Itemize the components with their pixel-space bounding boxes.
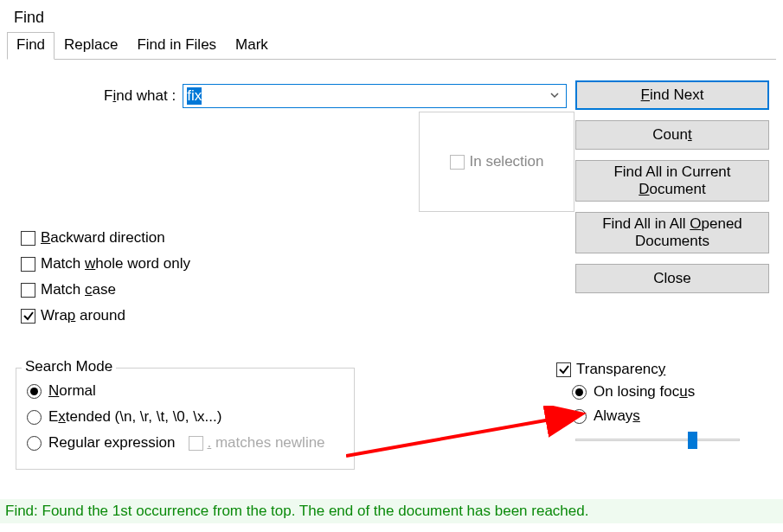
match-whole-word-checkbox[interactable]: [21, 257, 35, 272]
search-mode-regex-label: Regular expression: [48, 434, 175, 452]
count-button[interactable]: Count: [575, 120, 769, 150]
tab-find[interactable]: Find: [7, 32, 55, 60]
in-selection-checkbox: [450, 155, 465, 170]
chevron-down-icon[interactable]: [543, 87, 566, 105]
search-mode-normal-label: Normal: [48, 382, 96, 400]
search-mode-legend: Search Mode: [22, 358, 116, 375]
window-title: Find: [0, 0, 783, 32]
status-bar: Find: Found the 1st occurrence from the …: [0, 499, 783, 523]
find-what-combobox[interactable]: [183, 84, 567, 108]
find-what-input[interactable]: [183, 86, 543, 106]
transparency-always-radio[interactable]: [572, 409, 587, 424]
transparency-always-label: Always: [594, 407, 640, 425]
tab-mark[interactable]: Mark: [226, 32, 278, 60]
tab-bar: Find Replace Find in Files Mark: [7, 32, 776, 60]
matches-newline-label: . matches newline: [207, 434, 324, 452]
find-what-label: Find what :: [104, 87, 176, 105]
match-case-label: Match case: [41, 281, 116, 298]
search-mode-normal-radio[interactable]: [27, 384, 42, 399]
backward-direction-label: Backward direction: [41, 229, 165, 247]
transparency-checkbox[interactable]: [556, 362, 571, 377]
in-selection-label: In selection: [470, 153, 544, 170]
wrap-around-checkbox[interactable]: [21, 309, 35, 324]
search-mode-group: Search Mode Normal Extended (\n, \r, \t,…: [16, 368, 355, 470]
search-mode-regex-radio[interactable]: [27, 436, 42, 451]
match-whole-word-label: Match whole word only: [41, 255, 190, 272]
svg-line-0: [346, 414, 580, 456]
options-group: Backward direction Match whole word only…: [21, 229, 190, 324]
transparency-on-losing-focus-radio[interactable]: [572, 385, 587, 400]
transparency-on-losing-focus-label: On losing focus: [594, 383, 695, 401]
slider-track: [575, 439, 740, 441]
close-button[interactable]: Close: [575, 264, 769, 293]
matches-newline-checkbox: [189, 436, 203, 451]
wrap-around-label: Wrap around: [41, 307, 125, 324]
search-mode-extended-radio[interactable]: [27, 410, 42, 425]
transparency-slider[interactable]: [575, 432, 740, 449]
find-next-button[interactable]: Find Next: [575, 80, 769, 110]
find-all-opened-docs-button[interactable]: Find All in All Opened Documents: [575, 212, 769, 253]
slider-thumb[interactable]: [688, 432, 697, 449]
match-case-checkbox[interactable]: [21, 283, 35, 298]
tab-replace[interactable]: Replace: [55, 32, 127, 60]
transparency-label: Transparency: [576, 361, 665, 378]
find-all-current-doc-button[interactable]: Find All in Current Document: [575, 160, 769, 202]
in-selection-panel: In selection: [419, 112, 574, 212]
tab-find-in-files[interactable]: Find in Files: [127, 32, 226, 60]
search-mode-extended-label: Extended (\n, \r, \t, \0, \x...): [48, 408, 221, 426]
backward-direction-checkbox[interactable]: [21, 231, 35, 246]
transparency-group: Transparency On losing focus Always: [556, 361, 769, 471]
